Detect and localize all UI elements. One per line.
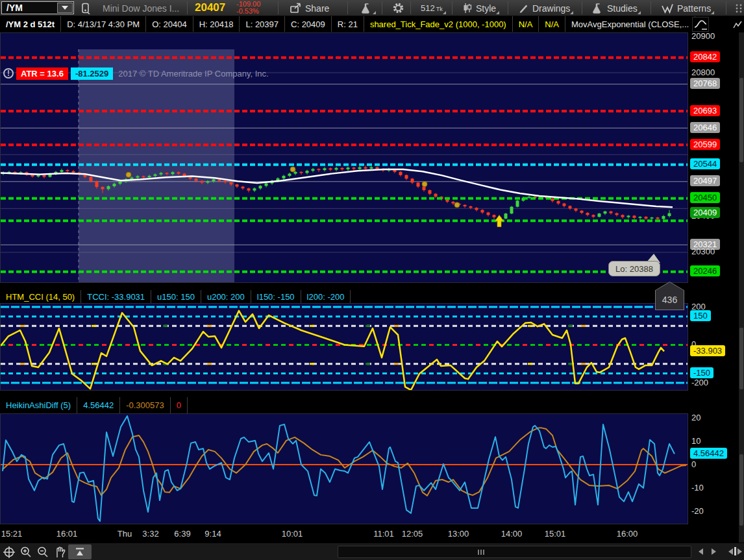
scroll-right-button[interactable] xyxy=(712,548,716,555)
flask-icon xyxy=(361,3,373,14)
settings-button[interactable] xyxy=(388,1,408,15)
heikinashi-header: HeikinAshiDiff (5)4.56442-0.3005730 xyxy=(0,397,744,413)
heikinashi-axis-label: 10 xyxy=(690,435,702,446)
heikinashi-axis-label: 4.56442 xyxy=(690,448,727,459)
info-cell: R: 21 xyxy=(332,16,364,32)
pan-button[interactable] xyxy=(52,545,68,559)
time-splitter-control[interactable] xyxy=(728,547,742,555)
zigzag-icon xyxy=(661,3,674,14)
drawings-button[interactable]: Drawings xyxy=(514,1,574,15)
alert-icon[interactable]: ! xyxy=(3,68,14,79)
time-axis-label: 14:00 xyxy=(501,529,523,539)
heikinashi-panel[interactable] xyxy=(0,413,688,524)
scrollbar-grip[interactable] xyxy=(478,550,484,555)
signal-dot xyxy=(422,182,427,187)
price-axis-label: 20800 xyxy=(690,67,716,78)
main-price-panel[interactable]: ! ATR = 13.6 -81.2529 2017 © TD Ameritra… xyxy=(0,32,688,283)
symbol-dropdown-button[interactable] xyxy=(57,3,73,13)
style-button[interactable]: Style xyxy=(458,1,500,15)
info-cell: O: 20404 xyxy=(146,16,193,32)
study-label[interactable]: shared_Tick_Fade_v2 (1000, -1000) xyxy=(364,16,513,32)
share-button[interactable]: Share xyxy=(286,1,333,15)
signal-dot xyxy=(290,167,295,172)
cci-axis-label: -200 xyxy=(690,377,710,388)
price-axis-label: 20599 xyxy=(690,139,720,150)
flask-icon xyxy=(592,3,604,14)
zoom-out-button[interactable] xyxy=(35,545,51,559)
price-axis-label: 20900 xyxy=(690,32,716,42)
horizontal-scrollbar[interactable] xyxy=(338,546,691,558)
time-axis-label: 16:01 xyxy=(56,529,78,539)
chevron-down-icon xyxy=(62,6,68,10)
study-label[interactable]: N/A xyxy=(539,16,565,32)
bottom-toolbar xyxy=(0,542,744,560)
link-icon xyxy=(81,3,90,14)
splitter-grip[interactable] xyxy=(739,78,743,162)
price-axis-label: 20768 xyxy=(690,78,720,89)
time-axis-label: 16:00 xyxy=(617,529,638,539)
heikinashi-chart xyxy=(1,414,688,524)
zoom-in-button[interactable] xyxy=(18,545,34,559)
price-axis-label: 20246 xyxy=(690,265,720,276)
timeframe-unit: Tk xyxy=(436,6,443,12)
hand-icon xyxy=(54,546,66,559)
cci-axis-label: -33.903 xyxy=(690,345,725,356)
splitter-left-icon xyxy=(728,548,733,555)
cci-panel[interactable] xyxy=(0,303,688,391)
bar-count-marker: 436 xyxy=(655,282,684,310)
last-price: 20407 xyxy=(195,1,225,14)
low-tooltip: Lo: 20388 xyxy=(608,261,660,276)
splitter-grip[interactable] xyxy=(739,454,743,526)
style-label: Style xyxy=(476,3,496,14)
window-edge-strip[interactable] xyxy=(739,32,744,542)
heikinashi-axis-label: 0 xyxy=(690,459,697,470)
study-label[interactable]: MovAvgExponential (CLOSE,... xyxy=(565,16,695,32)
cci-axis[interactable]: 2001500-33.903-150-200 xyxy=(688,303,744,391)
axis-settings-button[interactable] xyxy=(731,17,744,32)
collapse-panel-button[interactable] xyxy=(68,544,92,559)
share-icon xyxy=(290,3,302,14)
link-button[interactable] xyxy=(77,1,94,15)
price-axis[interactable]: 2090020842208002076820693206462059920544… xyxy=(688,32,744,283)
price-axis-label: 20693 xyxy=(690,105,720,116)
candlestick-icon xyxy=(462,3,473,14)
cci-header-cell: u150: 150 xyxy=(151,290,201,303)
price-axis-label: 20497 xyxy=(690,175,720,186)
cci-header-cell: TCCI: -33.9031 xyxy=(81,290,151,303)
time-axis-label: 13:00 xyxy=(448,529,469,539)
collapse-icon xyxy=(75,547,85,557)
scroll-left-button[interactable] xyxy=(699,548,703,555)
splitter-grip[interactable] xyxy=(739,328,743,389)
mini-chart-icon xyxy=(733,20,742,29)
crosshair-button[interactable] xyxy=(1,545,17,559)
symbol-input[interactable]: /YM xyxy=(1,1,74,14)
cci-header-cell: u200: 200 xyxy=(201,290,251,303)
share-label: Share xyxy=(305,3,329,14)
atr-status-bar: ! ATR = 13.6 -81.2529 2017 © TD Ameritra… xyxy=(1,67,269,80)
timeframe-label: 512 xyxy=(421,3,435,13)
time-axis-label: 15:21 xyxy=(1,529,23,539)
study-label[interactable]: N/A xyxy=(513,16,539,32)
heikinashi-axis[interactable]: 20104.564420-10-20 xyxy=(688,413,744,524)
time-axis-label: 11:01 xyxy=(373,529,394,539)
timeframe-button[interactable]: 512 Tk xyxy=(417,1,447,15)
heikinashi-header-cell: -0.300573 xyxy=(120,397,171,413)
info-cell: /YM 2 d 512t xyxy=(0,16,61,32)
cci-chart xyxy=(1,304,688,390)
bar-count-label: 436 xyxy=(656,282,684,310)
cci-header: HTM_CCI (14, 50)TCCI: -33.9031u150: 150u… xyxy=(0,290,744,303)
toolbar-menu-button[interactable] xyxy=(731,1,744,15)
cci-header-cell[interactable]: HTM_CCI (14, 50) xyxy=(0,290,81,303)
time-axis-label: 3:32 xyxy=(142,529,158,539)
time-axis[interactable]: 15:2116:01Thu3:326:399:1410:0111:0112:05… xyxy=(0,526,744,542)
time-axis-label: 12:05 xyxy=(402,529,423,539)
studies-button[interactable]: Studies xyxy=(588,1,641,15)
patterns-button[interactable]: Patterns xyxy=(657,1,715,15)
heikinashi-header-cell[interactable]: HeikinAshiDiff (5) xyxy=(0,397,77,413)
zoom-out-icon xyxy=(36,546,49,559)
time-axis-label: Thu xyxy=(118,529,132,539)
study-curve-button[interactable] xyxy=(692,17,709,32)
cci-axis-label: 150 xyxy=(690,310,711,321)
thinkorswim-chart-window: /YM Mini Dow Jones I... 20407 -109.00 -0… xyxy=(0,0,744,560)
flask-button[interactable] xyxy=(357,1,377,15)
